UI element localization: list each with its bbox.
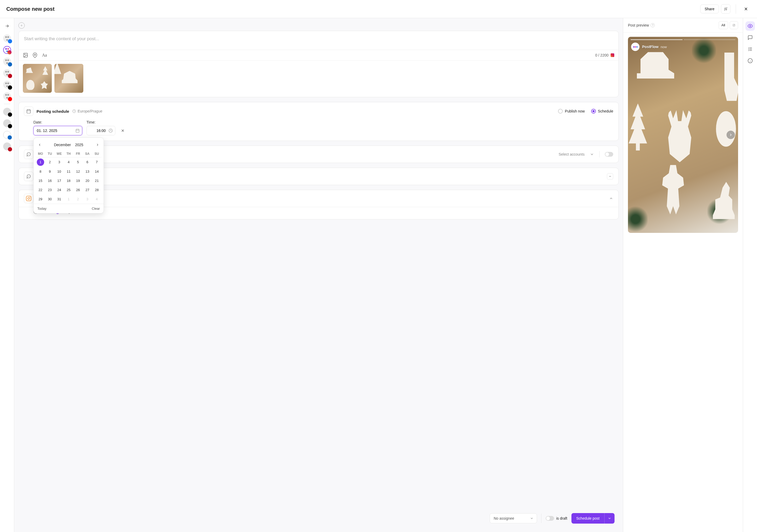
day-cell[interactable]: 1 [64, 195, 73, 203]
dow-header: FR [73, 150, 83, 158]
day-cell[interactable]: 17 [55, 177, 63, 185]
day-cell[interactable]: 31 [55, 195, 63, 203]
account-avatar-4[interactable] [3, 142, 11, 150]
close-button[interactable] [741, 4, 751, 14]
info-button[interactable] [745, 56, 755, 66]
collapse-button[interactable] [721, 4, 730, 14]
day-cell[interactable]: 29 [36, 195, 45, 203]
day-cell[interactable]: 2 [46, 158, 54, 166]
day-cell[interactable]: 20 [83, 177, 92, 185]
main-column: Start writing the content of your post..… [14, 18, 623, 532]
assignee-select[interactable]: No assignee [490, 513, 537, 523]
next-story-button[interactable] [727, 131, 735, 139]
account-pinterest[interactable] [3, 69, 11, 77]
day-cell[interactable]: 16 [46, 177, 54, 185]
day-cell[interactable]: 1 [37, 159, 44, 166]
location-icon[interactable] [32, 52, 38, 58]
day-cell[interactable]: 27 [83, 186, 92, 194]
day-cell[interactable]: 8 [36, 167, 45, 176]
clear-datetime-button[interactable] [121, 129, 125, 133]
date-input[interactable] [33, 126, 82, 135]
share-button[interactable]: Share [700, 5, 719, 14]
account-avatar-3[interactable] [3, 131, 11, 139]
svg-point-11 [30, 197, 30, 197]
comments-button[interactable] [745, 33, 755, 42]
media-thumbnail-2[interactable] [54, 64, 83, 93]
prev-month-button[interactable] [37, 142, 43, 148]
media-icon[interactable] [23, 52, 28, 58]
accounts-rail [0, 18, 14, 532]
expand-rail-button[interactable] [2, 21, 12, 31]
dow-header: SU [92, 150, 102, 158]
next-month-button[interactable] [95, 142, 101, 148]
publish-now-radio[interactable]: Publish now [558, 109, 585, 113]
schedule-post-dropdown[interactable] [604, 513, 615, 523]
day-cell[interactable]: 5 [74, 158, 82, 166]
day-cell[interactable]: 2 [74, 195, 82, 203]
schedule-radio[interactable]: Schedule [591, 109, 613, 113]
help-icon[interactable]: ? [651, 23, 655, 27]
account-threads[interactable] [3, 81, 11, 89]
account-instagram[interactable] [3, 46, 11, 54]
time-input[interactable] [86, 126, 115, 135]
clear-button[interactable]: Clear [92, 207, 100, 211]
post-content-input[interactable]: Start writing the content of your post..… [19, 31, 619, 50]
char-counter: 0 / 2200 [595, 53, 609, 57]
day-cell[interactable]: 4 [93, 195, 101, 203]
account-youtube[interactable] [3, 92, 11, 100]
day-cell[interactable]: 19 [74, 177, 82, 185]
account-avatar-1[interactable] [3, 108, 11, 116]
platform-header[interactable] [19, 190, 619, 207]
preview-instagram-tab[interactable] [730, 21, 738, 29]
day-cell[interactable]: 13 [83, 167, 92, 176]
draft-toggle[interactable] [546, 516, 554, 521]
remove-button[interactable] [607, 173, 613, 180]
day-cell[interactable]: 28 [93, 186, 101, 194]
today-button[interactable]: Today [37, 207, 46, 211]
account-linkedin[interactable] [3, 58, 11, 66]
checklist-button[interactable] [745, 44, 755, 54]
day-cell[interactable]: 21 [93, 177, 101, 185]
text-format-icon[interactable]: Aa [42, 52, 47, 58]
day-cell[interactable]: 11 [64, 167, 73, 176]
day-cell[interactable]: 12 [74, 167, 82, 176]
instagram-icon [7, 50, 12, 54]
day-cell[interactable]: 22 [36, 186, 45, 194]
select-accounts-label[interactable]: Select accounts [559, 152, 585, 156]
preview-toggle-button[interactable] [745, 21, 755, 31]
datepicker-year[interactable]: 2025 [75, 143, 83, 147]
add-account-button[interactable] [18, 22, 25, 29]
account-facebook[interactable] [3, 34, 11, 42]
day-cell[interactable]: 18 [64, 177, 73, 185]
preview-avatar [631, 43, 640, 51]
account-avatar-2[interactable] [3, 119, 11, 127]
preview-all-tab[interactable]: All [719, 21, 728, 29]
day-cell[interactable]: 7 [93, 158, 101, 166]
day-cell[interactable]: 15 [36, 177, 45, 185]
pinterest-icon [8, 74, 12, 78]
right-rail [743, 18, 757, 532]
dow-header: TU [45, 150, 55, 158]
day-cell[interactable]: 24 [55, 186, 63, 194]
preview-time: now [660, 45, 667, 49]
chevron-down-icon[interactable] [590, 152, 594, 156]
dow-header: TH [64, 150, 73, 158]
day-cell[interactable]: 30 [46, 195, 54, 203]
media-thumbnail-1[interactable] [23, 64, 52, 93]
day-cell[interactable]: 9 [46, 167, 54, 176]
svg-point-14 [734, 24, 735, 25]
day-cell[interactable]: 25 [64, 186, 73, 194]
schedule-post-button[interactable]: Schedule post [571, 513, 604, 523]
day-cell[interactable]: 6 [83, 158, 92, 166]
day-cell[interactable]: 26 [74, 186, 82, 194]
day-cell[interactable]: 3 [83, 195, 92, 203]
day-cell[interactable]: 14 [93, 167, 101, 176]
day-cell[interactable]: 10 [55, 167, 63, 176]
day-cell[interactable]: 3 [55, 158, 63, 166]
accounts-toggle[interactable] [605, 152, 613, 157]
day-cell[interactable]: 4 [64, 158, 73, 166]
page-title: Compose new post [6, 6, 54, 12]
svg-point-15 [749, 25, 751, 27]
day-cell[interactable]: 23 [46, 186, 54, 194]
datepicker-month[interactable]: December [54, 143, 71, 147]
